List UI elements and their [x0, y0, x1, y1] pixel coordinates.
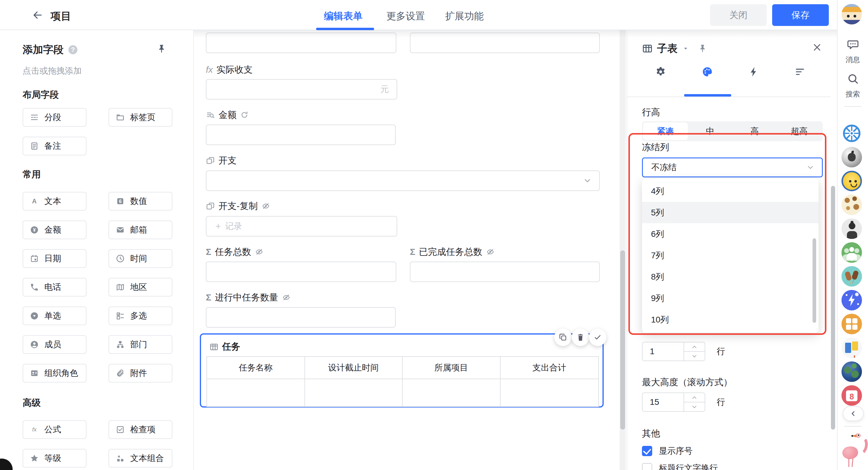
delete-field-button[interactable]	[572, 328, 589, 346]
settings-gear-icon[interactable]	[655, 66, 666, 78]
pin-icon[interactable]	[157, 44, 166, 54]
tab-edit-form[interactable]: 编辑表单	[324, 10, 363, 23]
avatar-helm[interactable]	[841, 123, 862, 144]
avatar-bolt[interactable]	[841, 290, 862, 311]
freeze-option-10列[interactable]: 10列	[642, 309, 818, 330]
back-arrow-icon[interactable]	[32, 9, 43, 21]
field-button-时间[interactable]: 时间	[108, 249, 173, 268]
tab-more-settings[interactable]: 更多设置	[386, 10, 425, 23]
subtable-column-header[interactable]: 支出合计	[501, 357, 598, 379]
canvas-scrollbar-thumb[interactable]	[620, 251, 625, 430]
stepper-down-button[interactable]	[684, 352, 705, 360]
field-input-task-total[interactable]	[206, 262, 396, 282]
field-button-数值[interactable]: 数值	[108, 192, 173, 211]
add-record-box[interactable]: 记录	[206, 216, 397, 236]
field-button-附件[interactable]: 附件	[108, 364, 173, 383]
dropdown-scrollbar-thumb[interactable]	[812, 238, 816, 323]
field-button-等级[interactable]: 等级	[23, 449, 87, 468]
field-input-actual-balance[interactable]: 元	[206, 79, 397, 99]
stepper-up-button[interactable]	[684, 343, 705, 352]
subtable-empty-cell[interactable]	[403, 379, 501, 406]
chat-bubble-icon[interactable]	[846, 38, 859, 51]
row-height-option-high[interactable]: 高	[733, 122, 777, 140]
stepper-down-button[interactable]	[684, 403, 705, 411]
user-avatar[interactable]	[841, 4, 862, 24]
field-input-task-done[interactable]	[410, 262, 600, 282]
field-button-分段[interactable]: 分段	[23, 108, 87, 127]
freeze-option-9列[interactable]: 9列	[642, 288, 818, 309]
field-button-电话[interactable]: 电话	[23, 278, 87, 297]
subtable-empty-cell[interactable]	[501, 379, 598, 406]
subtable-column-header[interactable]: 任务名称	[207, 357, 305, 379]
save-button[interactable]: 保存	[772, 4, 829, 26]
field-button-金额[interactable]: 金额	[23, 221, 87, 239]
field-button-成员[interactable]: 成员	[23, 335, 87, 354]
subtable-field-selected[interactable]: 任务 任务名称设计截止时间所属项目支出合计	[200, 333, 604, 408]
freeze-option-6列[interactable]: 6列	[642, 223, 818, 245]
search-label[interactable]: 搜索	[838, 89, 868, 99]
flamingo-sticker[interactable]	[841, 431, 866, 468]
field-button-文本组合[interactable]: 文本组合	[108, 449, 173, 468]
avatar-group[interactable]	[841, 242, 862, 263]
row-height-option-xhigh[interactable]: 超高	[777, 122, 822, 140]
field-button-日期[interactable]: 日期	[23, 249, 87, 268]
confirm-field-button[interactable]	[589, 328, 607, 346]
field-button-组织角色[interactable]: 组织角色	[23, 364, 87, 383]
avatar-grid[interactable]	[841, 314, 862, 334]
row-height-option-medium[interactable]: 中	[688, 122, 733, 140]
event-bolt-icon[interactable]	[748, 66, 760, 78]
close-button[interactable]: 关闭	[710, 4, 767, 26]
field-button-检查项[interactable]: 检查项	[108, 420, 173, 439]
show-index-checkbox[interactable]	[642, 446, 652, 456]
row-height-option-compact[interactable]: 紧凑	[643, 122, 688, 140]
copy-field-button[interactable]	[554, 328, 572, 346]
panel-scrollbar-thumb[interactable]	[831, 186, 835, 430]
subtable-column-header[interactable]: 设计截止时间	[305, 357, 403, 379]
tab-extensions[interactable]: 扩展功能	[445, 10, 484, 23]
header-wrap-checkbox[interactable]	[642, 463, 652, 470]
field-input-task-inprogress[interactable]	[206, 307, 396, 328]
field-button-地区[interactable]: 地区	[108, 278, 173, 297]
freeze-option-7列[interactable]: 7列	[642, 245, 818, 266]
max-height-input[interactable]: 15	[642, 392, 684, 412]
field-button-多选[interactable]: 多选	[108, 306, 173, 325]
subtable-column-header[interactable]: 所属项目	[403, 357, 501, 379]
avatar-pudding[interactable]	[841, 195, 862, 215]
style-palette-icon[interactable]	[702, 66, 713, 78]
field-button-文本[interactable]: 文本	[23, 192, 87, 211]
field-button-公式[interactable]: 公式	[23, 420, 87, 439]
collapse-rail-button[interactable]	[843, 406, 864, 421]
field-button-邮箱[interactable]: 邮箱	[108, 221, 173, 239]
avatar-apple[interactable]	[841, 147, 862, 168]
field-button-部门[interactable]: 部门	[108, 335, 173, 354]
avatar-earth[interactable]	[841, 361, 862, 382]
close-icon[interactable]	[812, 42, 822, 53]
avatar-highfive[interactable]	[841, 266, 862, 287]
stepper-up-button[interactable]	[684, 393, 705, 403]
freeze-option-4列[interactable]: 4列	[642, 180, 818, 202]
freeze-option-5列[interactable]: 5列	[642, 202, 818, 223]
field-select-expense[interactable]	[206, 171, 600, 191]
question-circle-icon[interactable]: ?	[68, 45, 78, 54]
subtable-empty-cell[interactable]	[207, 379, 305, 406]
freeze-columns-select[interactable]: 不冻结	[642, 157, 823, 177]
refresh-icon[interactable]	[240, 111, 249, 119]
messages-label[interactable]: 消息	[838, 55, 868, 64]
avatar-fallout[interactable]	[841, 171, 862, 191]
freeze-option-8列[interactable]: 8列	[642, 266, 818, 288]
field-input-blank-1[interactable]	[206, 33, 396, 53]
field-input-blank-2[interactable]	[410, 33, 600, 53]
pin-icon[interactable]	[698, 44, 707, 53]
field-button-单选[interactable]: 单选	[23, 306, 87, 325]
field-input-amount[interactable]	[206, 125, 396, 145]
subtable-empty-cell[interactable]	[305, 379, 403, 406]
search-icon[interactable]	[846, 72, 859, 85]
avatar-cal8[interactable]: 8	[841, 385, 862, 406]
sort-icon[interactable]	[795, 66, 806, 78]
caret-down-icon[interactable]	[682, 45, 689, 53]
field-button-备注[interactable]: 备注	[23, 137, 87, 155]
field-button-标签页[interactable]: 标签页	[108, 108, 173, 127]
default-rows-input[interactable]: 1	[642, 342, 684, 361]
avatar-girl[interactable]	[841, 218, 862, 239]
avatar-lego[interactable]	[841, 337, 862, 358]
